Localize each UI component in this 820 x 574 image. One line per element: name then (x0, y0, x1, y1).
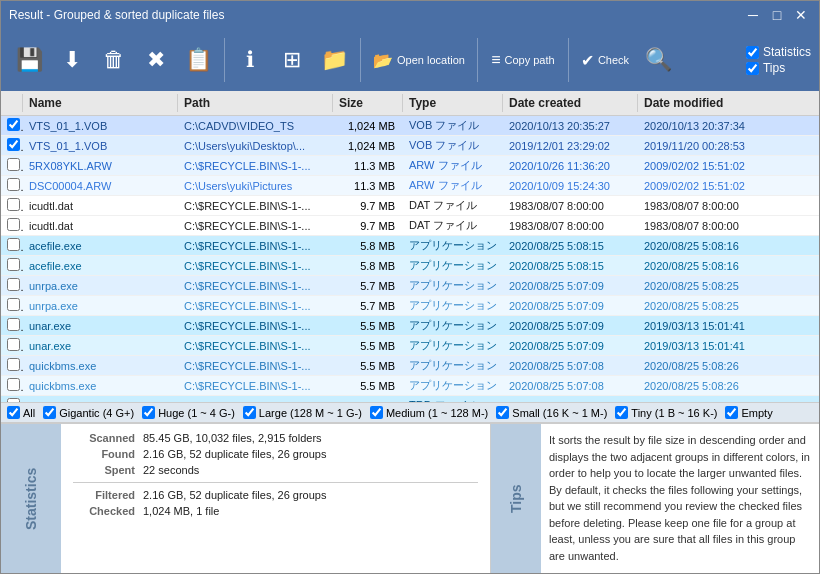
statistics-checkbox[interactable] (746, 46, 759, 59)
row-checkbox-7[interactable] (1, 256, 23, 275)
row-checkbox-2[interactable] (1, 156, 23, 175)
row-size-6: 5.8 MB (333, 238, 403, 254)
table-row[interactable]: VTS_01_1.VOB C:\CADVD\VIDEO_TS 1,024 MB … (1, 116, 819, 136)
filter-huge[interactable]: Huge (1 ~ 4 G-) (142, 406, 235, 419)
table-row[interactable]: 5RX08YKL.ARW C:\$RECYCLE.BIN\S-1-... 11.… (1, 156, 819, 176)
folder-icon: 📁 (321, 49, 348, 71)
th-size[interactable]: Size (333, 94, 403, 112)
filter-tiny[interactable]: Tiny (1 B ~ 16 K-) (615, 406, 717, 419)
th-date-modified[interactable]: Date modified (638, 94, 773, 112)
row-type-0: VOB ファイル (403, 116, 503, 135)
delete-button[interactable]: 🗑 (94, 34, 134, 86)
row-checkbox-5[interactable] (1, 216, 23, 235)
row-type-2: ARW ファイル (403, 156, 503, 175)
stats-spent: Spent 22 seconds (73, 464, 478, 476)
table-row[interactable]: icudtl.dat C:\$RECYCLE.BIN\S-1-... 9.7 M… (1, 216, 819, 236)
row-date-modified-11: 2019/03/13 15:01:41 (638, 338, 773, 354)
search-button[interactable]: 🔍 (638, 34, 679, 86)
row-date-modified-8: 2020/08/25 5:08:25 (638, 278, 773, 294)
checked-val: 1,024 MB, 1 file (143, 505, 219, 517)
statistics-checkbox-label[interactable]: Statistics (746, 45, 811, 59)
table-row[interactable]: unar.exe C:\$RECYCLE.BIN\S-1-... 5.5 MB … (1, 316, 819, 336)
window-title: Result - Grouped & sorted duplicate file… (9, 8, 224, 22)
row-type-5: DAT ファイル (403, 216, 503, 235)
row-checkbox-4[interactable] (1, 196, 23, 215)
row-checkbox-12[interactable] (1, 356, 23, 375)
row-name-9: unrpa.exe (23, 298, 178, 314)
close-button[interactable]: ✕ (791, 5, 811, 25)
row-type-8: アプリケーション (403, 276, 503, 295)
tips-checkbox-text: Tips (763, 61, 785, 75)
tips-checkbox[interactable] (746, 62, 759, 75)
filter-medium[interactable]: Medium (1 ~ 128 M-) (370, 406, 488, 419)
filter-empty[interactable]: Empty (725, 406, 772, 419)
table-row[interactable]: quickbms.exe C:\$RECYCLE.BIN\S-1-... 5.5… (1, 356, 819, 376)
row-date-created-12: 2020/08/25 5:07:08 (503, 358, 638, 374)
th-name[interactable]: Name (23, 94, 178, 112)
row-name-8: unrpa.exe (23, 278, 178, 294)
row-checkbox-11[interactable] (1, 336, 23, 355)
row-checkbox-6[interactable] (1, 236, 23, 255)
table-row[interactable]: acefile.exe C:\$RECYCLE.BIN\S-1-... 5.8 … (1, 256, 819, 276)
row-path-13: C:\$RECYCLE.BIN\S-1-... (178, 378, 333, 394)
filter-all[interactable]: All (7, 406, 35, 419)
folder-button[interactable]: 📁 (314, 34, 355, 86)
row-date-created-11: 2020/08/25 5:07:09 (503, 338, 638, 354)
row-name-6: acefile.exe (23, 238, 178, 254)
cancel-button[interactable]: ✖ (136, 34, 176, 86)
copy-list-button[interactable]: 📋 (178, 34, 219, 86)
download-button[interactable]: ⬇ (52, 34, 92, 86)
table-row[interactable]: unrpa.exe C:\$RECYCLE.BIN\S-1-... 5.7 MB… (1, 276, 819, 296)
table-row[interactable]: VTS_01_1.VOB C:\Users\yuki\Desktop\... 1… (1, 136, 819, 156)
row-name-1: VTS_01_1.VOB (23, 138, 178, 154)
table-row[interactable]: icudtl.dat C:\$RECYCLE.BIN\S-1-... 9.7 M… (1, 196, 819, 216)
filter-gigantic[interactable]: Gigantic (4 G+) (43, 406, 134, 419)
row-checkbox-0[interactable] (1, 116, 23, 135)
row-type-7: アプリケーション (403, 256, 503, 275)
th-type[interactable]: Type (403, 94, 503, 112)
minimize-button[interactable]: ─ (743, 5, 763, 25)
scanned-key: Scanned (73, 432, 143, 444)
info-button[interactable]: ℹ (230, 34, 270, 86)
filter-large[interactable]: Large (128 M ~ 1 G-) (243, 406, 362, 419)
check-button[interactable]: ✔ Check (574, 34, 636, 86)
tips-panel: Tips It sorts the result by file size in… (491, 424, 819, 573)
row-checkbox-10[interactable] (1, 316, 23, 335)
save-button[interactable]: 💾 (9, 34, 50, 86)
toolbar: 💾 ⬇ 🗑 ✖ 📋 ℹ ⊞ 📁 (1, 29, 819, 91)
checked-key: Checked (73, 505, 143, 517)
filter-small[interactable]: Small (16 K ~ 1 M-) (496, 406, 607, 419)
th-check[interactable] (1, 94, 23, 112)
copy-path-button[interactable]: ≡ Copy path (483, 34, 563, 86)
table-row[interactable]: DSC00004.ARW C:\Users\yuki\Pictures 11.3… (1, 176, 819, 196)
row-date-modified-3: 2009/02/02 15:51:02 (638, 178, 773, 194)
table-row[interactable]: quickbms.exe C:\$RECYCLE.BIN\S-1-... 5.5… (1, 376, 819, 396)
tips-checkbox-label[interactable]: Tips (746, 61, 811, 75)
open-location-button[interactable]: 📂 Open location (366, 34, 472, 86)
spent-key: Spent (73, 464, 143, 476)
th-path[interactable]: Path (178, 94, 333, 112)
row-path-2: C:\$RECYCLE.BIN\S-1-... (178, 158, 333, 174)
table-row[interactable]: unrpa.exe C:\$RECYCLE.BIN\S-1-... 5.7 MB… (1, 296, 819, 316)
grid-icon: ⊞ (283, 49, 301, 71)
row-date-modified-0: 2020/10/13 20:37:34 (638, 118, 773, 134)
row-checkbox-9[interactable] (1, 296, 23, 315)
row-size-8: 5.7 MB (333, 278, 403, 294)
main-window: Result - Grouped & sorted duplicate file… (0, 0, 820, 574)
copy-path-label: Copy path (504, 54, 554, 66)
toolbar-main-group: 💾 ⬇ 🗑 ✖ 📋 ℹ ⊞ 📁 (9, 34, 679, 86)
table-row[interactable]: unar.exe C:\$RECYCLE.BIN\S-1-... 5.5 MB … (1, 336, 819, 356)
row-date-created-8: 2020/08/25 5:07:09 (503, 278, 638, 294)
stats-content: Statistics Scanned 85.45 GB, 10,032 file… (1, 424, 490, 573)
table-row[interactable]: acefile.exe C:\$RECYCLE.BIN\S-1-... 5.8 … (1, 236, 819, 256)
maximize-button[interactable]: □ (767, 5, 787, 25)
check-icon: ✔ (581, 51, 594, 70)
row-checkbox-3[interactable] (1, 176, 23, 195)
row-checkbox-1[interactable] (1, 136, 23, 155)
tips-text: It sorts the result by file size in desc… (541, 424, 819, 573)
grid-button[interactable]: ⊞ (272, 34, 312, 86)
row-checkbox-13[interactable] (1, 376, 23, 395)
row-checkbox-8[interactable] (1, 276, 23, 295)
stats-divider (73, 482, 478, 483)
th-date-created[interactable]: Date created (503, 94, 638, 112)
